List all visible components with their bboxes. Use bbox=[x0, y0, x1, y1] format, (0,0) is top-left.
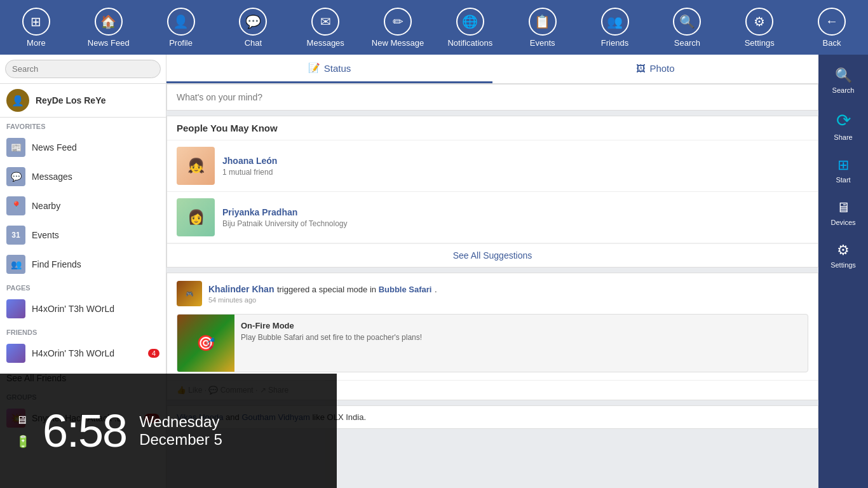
post-author-line: Khalinder Khan triggered a special mode … bbox=[208, 283, 437, 295]
nav-events[interactable]: 📋 Events bbox=[511, 8, 574, 48]
sidebar-nearby-label: Nearby bbox=[32, 201, 60, 211]
right-settings-icon: ⚙ bbox=[837, 242, 850, 259]
nav-search[interactable]: 🔍 Search bbox=[655, 8, 719, 48]
right-share[interactable]: ⟳ Share bbox=[818, 104, 868, 147]
right-share-icon: ⟳ bbox=[836, 110, 851, 131]
person-row-jhoana[interactable]: 👧 Jhoana León 1 mutual friend bbox=[167, 140, 818, 192]
right-search-label: Search bbox=[832, 86, 855, 94]
sidebar-friend-label: H4xOrin' T3h WOrLd bbox=[32, 348, 114, 358]
post-period: . bbox=[435, 285, 437, 294]
jhoana-avatar: 👧 bbox=[177, 147, 215, 185]
chat-icon: 💬 bbox=[239, 8, 267, 36]
nav-more-label: More bbox=[27, 38, 46, 48]
clock-overlay: 🖥 🔋 6:58 Wednesday December 5 bbox=[0, 374, 337, 488]
photo-tab-label: Photo bbox=[649, 63, 674, 74]
sidebar-item-messages[interactable]: 💬 Messages bbox=[0, 162, 166, 191]
post-action: triggered a special mode in bbox=[277, 285, 379, 294]
game-desc: Play Bubble Safari and set fire to the p… bbox=[241, 333, 422, 342]
sidebar-messages-label: Messages bbox=[32, 172, 72, 182]
person-row-priyanka[interactable]: 👩 Priyanka Pradhan Biju Patnaik Universi… bbox=[167, 192, 818, 243]
game-info: On-Fire Mode Play Bubble Safari and set … bbox=[234, 315, 428, 372]
see-all-suggestions[interactable]: See All Suggestions bbox=[167, 243, 818, 267]
nav-notifications[interactable]: 🌐 Notifications bbox=[438, 8, 502, 48]
events-sidebar-icon: 31 bbox=[6, 226, 25, 245]
clock-date: Wednesday December 5 bbox=[139, 413, 222, 449]
nav-messages[interactable]: ✉ Messages bbox=[294, 8, 357, 48]
more-icon: ⊞ bbox=[22, 8, 50, 36]
sidebar-newsfeed-label: News Feed bbox=[32, 142, 77, 152]
search-icon: 🔍 bbox=[673, 8, 701, 36]
post-header: 🎮 Khalinder Khan triggered a special mod… bbox=[167, 273, 818, 314]
clock-time: 6:58 bbox=[43, 405, 126, 457]
sidebar-item-newsfeed[interactable]: 📰 News Feed bbox=[0, 133, 166, 162]
nav-chat[interactable]: 💬 Chat bbox=[221, 8, 285, 48]
right-devices-icon: 🖥 bbox=[836, 200, 850, 216]
sidebar-item-nearby[interactable]: 📍 Nearby bbox=[0, 191, 166, 220]
status-input[interactable] bbox=[167, 85, 818, 110]
right-search[interactable]: 🔍 Search bbox=[818, 61, 868, 100]
post-game[interactable]: Bubble Safari bbox=[379, 285, 432, 294]
nav-more[interactable]: ⊞ More bbox=[4, 8, 68, 48]
sidebar-events-label: Events bbox=[32, 230, 59, 240]
friend-badge: 4 bbox=[148, 349, 159, 358]
newsfeed-sidebar-icon: 📰 bbox=[6, 138, 25, 157]
sidebar-page-label: H4xOrin' T3h WOrLd bbox=[32, 304, 114, 314]
messages-sidebar-icon: 💬 bbox=[6, 167, 25, 186]
right-devices-label: Devices bbox=[831, 219, 855, 226]
sidebar-item-h4xorin-page[interactable]: H4xOrin' T3h WOrLd bbox=[0, 294, 166, 323]
right-share-label: Share bbox=[834, 133, 852, 141]
battery-icon: 🔋 bbox=[16, 435, 30, 449]
nav-newmessage[interactable]: ✏ New Message bbox=[366, 8, 430, 48]
right-start[interactable]: ⊞ Start bbox=[818, 151, 868, 190]
user-profile[interactable]: 👤 ReyDe Los ReYe bbox=[0, 84, 166, 118]
newmessage-icon: ✏ bbox=[384, 8, 412, 36]
friends-icon: 👥 bbox=[601, 8, 629, 36]
friend-avatar bbox=[6, 344, 25, 363]
nav-friends[interactable]: 👥 Friends bbox=[583, 8, 647, 48]
nav-profile-label: Profile bbox=[169, 38, 193, 48]
nav-profile[interactable]: 👤 Profile bbox=[149, 8, 213, 48]
status-tab-label: Status bbox=[324, 63, 351, 74]
user-name: ReyDe Los ReYe bbox=[36, 95, 106, 105]
nav-settings[interactable]: ⚙ Settings bbox=[728, 8, 791, 48]
sidebar-item-findfriends[interactable]: 👥 Find Friends bbox=[0, 250, 166, 279]
post-meta: Khalinder Khan triggered a special mode … bbox=[208, 283, 437, 304]
whats-on-mind bbox=[166, 84, 818, 111]
search-box bbox=[0, 55, 166, 84]
nav-search-label: Search bbox=[674, 38, 700, 48]
sidebar-item-events[interactable]: 31 Events bbox=[0, 220, 166, 250]
post-time: 54 minutes ago bbox=[208, 296, 437, 304]
clock-icons: 🖥 🔋 bbox=[16, 414, 30, 449]
status-icon: 📝 bbox=[308, 62, 320, 74]
right-devices[interactable]: 🖥 Devices bbox=[818, 193, 868, 233]
nav-newsfeed[interactable]: 🏠 News Feed bbox=[77, 8, 140, 48]
nearby-sidebar-icon: 📍 bbox=[6, 196, 25, 215]
search-input[interactable] bbox=[5, 60, 161, 78]
friends-label: FRIENDS bbox=[0, 323, 166, 339]
settings-icon: ⚙ bbox=[745, 8, 773, 36]
right-settings-label: Settings bbox=[831, 261, 856, 269]
nav-back[interactable]: ← Back bbox=[800, 8, 864, 48]
sidebar-findfriends-label: Find Friends bbox=[32, 259, 81, 269]
avatar: 👤 bbox=[6, 89, 29, 112]
right-start-icon: ⊞ bbox=[837, 157, 849, 173]
tab-photo[interactable]: 🖼 Photo bbox=[492, 55, 818, 83]
status-bar: 📝 Status 🖼 Photo bbox=[166, 55, 818, 84]
tab-status[interactable]: 📝 Status bbox=[166, 55, 492, 83]
page-avatar bbox=[6, 299, 25, 318]
nav-friends-label: Friends bbox=[601, 38, 628, 48]
nav-chat-label: Chat bbox=[245, 38, 262, 48]
nav-newmessage-label: New Message bbox=[372, 38, 424, 48]
nav-back-label: Back bbox=[823, 38, 841, 48]
jhoana-info: Jhoana León 1 mutual friend bbox=[222, 156, 277, 177]
game-banner[interactable]: 🎯 On-Fire Mode Play Bubble Safari and se… bbox=[177, 314, 808, 372]
priyanka-sub: Biju Patnaik University of Technology bbox=[222, 219, 348, 228]
khalinder-avatar: 🎮 bbox=[177, 281, 202, 306]
post-author[interactable]: Khalinder Khan bbox=[208, 284, 274, 294]
nav-newsfeed-label: News Feed bbox=[88, 38, 130, 48]
right-settings[interactable]: ⚙ Settings bbox=[818, 236, 868, 275]
findfriends-sidebar-icon: 👥 bbox=[6, 255, 25, 274]
sidebar-item-h4xorin-friend[interactable]: H4xOrin' T3h WOrLd 4 bbox=[0, 339, 166, 368]
photo-icon: 🖼 bbox=[636, 63, 646, 74]
messages-icon: ✉ bbox=[311, 8, 339, 36]
